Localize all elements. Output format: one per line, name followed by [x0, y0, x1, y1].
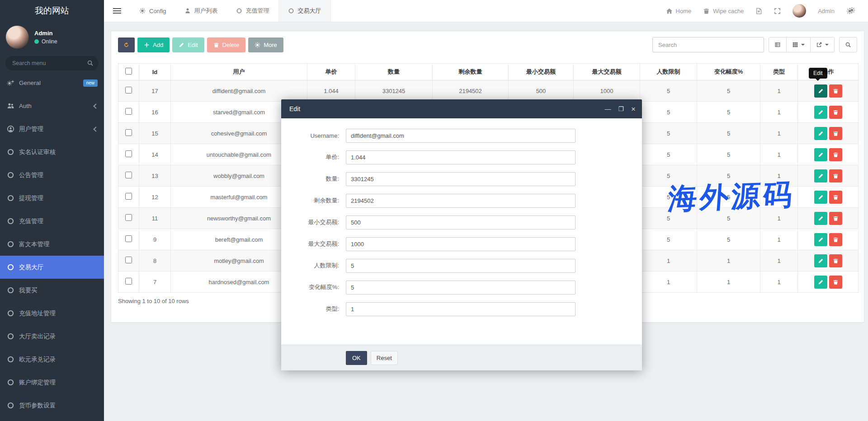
user-circle-icon: [7, 125, 14, 133]
table-search-input[interactable]: [652, 37, 764, 52]
ok-button[interactable]: OK: [346, 351, 367, 365]
row-delete-button[interactable]: [829, 233, 842, 246]
fullscreen-icon[interactable]: [774, 8, 781, 14]
settings-gears-icon[interactable]: [846, 7, 855, 15]
edit-button[interactable]: Edit: [172, 37, 204, 52]
home-link[interactable]: Home: [666, 8, 692, 14]
row-delete-button[interactable]: [829, 191, 842, 204]
cell-id: 11: [139, 208, 171, 229]
row-edit-button[interactable]: [814, 212, 827, 225]
row-delete-button[interactable]: [829, 276, 842, 289]
row-checkbox[interactable]: [125, 108, 132, 115]
field-input[interactable]: [346, 172, 576, 186]
sidebar-item-欧元承兑记录[interactable]: 欧元承兑记录: [0, 348, 104, 371]
row-edit-button[interactable]: [814, 148, 827, 161]
tab-充值管理[interactable]: 充值管理: [227, 0, 278, 22]
row-delete-button[interactable]: [829, 84, 842, 98]
row-checkbox[interactable]: [125, 87, 132, 94]
row-checkbox[interactable]: [125, 214, 132, 221]
navbar-avatar[interactable]: [793, 4, 806, 18]
field-input[interactable]: [346, 237, 576, 251]
sidebar-item-公告管理[interactable]: 公告管理: [0, 164, 104, 187]
row-edit-button[interactable]: [814, 233, 827, 246]
sidebar-search-input[interactable]: [5, 56, 99, 70]
row-checkbox[interactable]: [125, 129, 132, 136]
detail-view-button[interactable]: [769, 37, 787, 52]
sidebar-item-label: 欧元承兑记录: [19, 356, 56, 364]
sidebar-item-充值地址管理[interactable]: 充值地址管理: [0, 302, 104, 325]
modal-header[interactable]: Edit — ❐ ×: [281, 99, 642, 118]
row-delete-button[interactable]: [829, 148, 842, 161]
select-all-checkbox[interactable]: [125, 68, 132, 75]
language-icon[interactable]: [755, 8, 762, 14]
sidebar-item-label: 提现管理: [19, 194, 43, 202]
sidebar-item-提现管理[interactable]: 提现管理: [0, 187, 104, 210]
columns-button[interactable]: [787, 37, 811, 52]
row-edit-button[interactable]: [814, 276, 827, 289]
sidebar-item-实名认证审核[interactable]: 实名认证审核: [0, 140, 104, 164]
sidebar-item-General[interactable]: Generalnew: [0, 71, 104, 94]
minimize-icon[interactable]: —: [605, 106, 611, 112]
site-title: 我的网站: [0, 0, 104, 22]
field-label: 最小交易额:: [281, 218, 339, 226]
field-input[interactable]: [346, 281, 576, 295]
field-input[interactable]: [346, 215, 576, 229]
field-label: 变化幅度%:: [281, 283, 339, 291]
row-delete-button[interactable]: [829, 106, 842, 119]
sidebar-item-label: 交易大厅: [19, 263, 43, 271]
search-submit-button[interactable]: [839, 37, 857, 52]
more-button[interactable]: More: [248, 37, 283, 52]
sidebar-item-账户绑定管理[interactable]: 账户绑定管理: [0, 371, 104, 394]
row-delete-button[interactable]: [829, 212, 842, 225]
field-input[interactable]: [346, 129, 576, 143]
trash-icon: [703, 8, 710, 14]
close-icon[interactable]: ×: [631, 105, 636, 113]
field-input[interactable]: [346, 259, 576, 273]
row-delete-button[interactable]: [829, 254, 842, 267]
reset-button[interactable]: Reset: [371, 351, 398, 365]
row-delete-button[interactable]: [829, 169, 842, 182]
row-checkbox[interactable]: [125, 172, 132, 178]
row-checkbox[interactable]: [125, 193, 132, 200]
sidebar-item-货币参数设置[interactable]: 货币参数设置: [0, 394, 104, 417]
row-edit-button[interactable]: [814, 191, 827, 204]
tab-Config[interactable]: Config: [130, 0, 175, 22]
cell-type: 1: [760, 271, 798, 293]
gear-icon: [139, 8, 146, 14]
add-button[interactable]: Add: [137, 37, 170, 52]
sidebar-item-我要买[interactable]: 我要买: [0, 279, 104, 302]
topbar-tabs: Config用户列表充值管理交易大厅: [130, 0, 331, 22]
sidebar-item-用户管理[interactable]: 用户管理: [0, 117, 104, 140]
row-edit-button[interactable]: [814, 169, 827, 182]
row-checkbox[interactable]: [125, 235, 132, 242]
sidebar-item-Auth[interactable]: Auth: [0, 94, 104, 117]
row-checkbox[interactable]: [125, 150, 132, 157]
refresh-button[interactable]: [118, 37, 135, 52]
field-input[interactable]: [346, 194, 576, 208]
cell-type: 1: [760, 102, 798, 123]
sidebar-item-交易大厅[interactable]: 交易大厅: [0, 256, 104, 279]
row-checkbox[interactable]: [125, 257, 132, 263]
row-edit-button[interactable]: [814, 254, 827, 267]
tab-交易大厅[interactable]: 交易大厅: [278, 0, 331, 22]
restore-icon[interactable]: ❐: [618, 106, 624, 112]
export-button[interactable]: [811, 37, 835, 52]
field-input[interactable]: [346, 150, 576, 164]
sidebar-item-大厅卖出记录[interactable]: 大厅卖出记录: [0, 325, 104, 348]
admin-menu-label[interactable]: Admin: [818, 8, 835, 14]
row-edit-button[interactable]: [814, 127, 827, 140]
row-checkbox[interactable]: [125, 278, 132, 285]
delete-button[interactable]: Delete: [207, 37, 246, 52]
sidebar-item-富文本管理[interactable]: 富文本管理: [0, 233, 104, 256]
row-delete-button[interactable]: [829, 127, 842, 140]
sidebar-item-充值管理[interactable]: 充值管理: [0, 210, 104, 233]
row-edit-button[interactable]: [814, 84, 827, 98]
field-input[interactable]: [346, 302, 576, 316]
wipe-cache-link[interactable]: Wipe cache: [703, 8, 744, 14]
circle-icon: [7, 217, 14, 225]
tab-用户列表[interactable]: 用户列表: [175, 0, 227, 22]
row-edit-button[interactable]: [814, 106, 827, 119]
hamburger-menu-button[interactable]: [104, 0, 130, 22]
cell-limit: 5: [640, 123, 697, 144]
column-header: 数量: [355, 64, 433, 80]
